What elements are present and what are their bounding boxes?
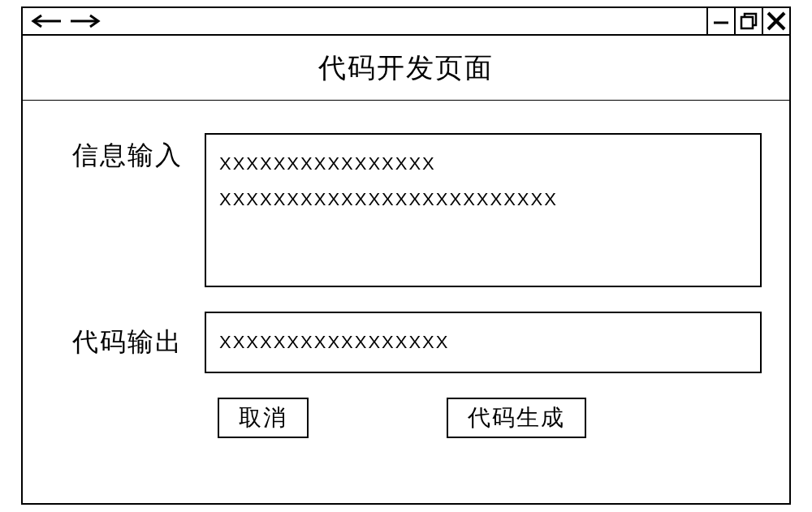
output-row: 代码输出 XXXXXXXXXXXXXXXXX <box>50 312 762 373</box>
input-label: 信息输入 <box>50 133 205 174</box>
button-row: 取消 代码生成 <box>205 398 762 438</box>
page-header: 代码开发页面 <box>23 36 789 101</box>
svg-rect-4 <box>741 17 753 28</box>
close-button[interactable] <box>762 8 789 34</box>
maximize-button[interactable] <box>734 8 762 34</box>
back-button[interactable] <box>29 9 63 33</box>
window-controls <box>706 8 789 34</box>
arrow-left-icon <box>30 14 63 28</box>
minimize-icon <box>711 11 731 31</box>
content-area: 信息输入 XXXXXXXXXXXXXXXX XXXXXXXXXXXXXXXXXX… <box>23 101 789 438</box>
application-window: 代码开发页面 信息输入 XXXXXXXXXXXXXXXX XXXXXXXXXXX… <box>21 6 791 505</box>
forward-button[interactable] <box>68 9 102 33</box>
code-output-box[interactable]: XXXXXXXXXXXXXXXXX <box>205 312 762 373</box>
generate-button[interactable]: 代码生成 <box>447 398 586 438</box>
minimize-button[interactable] <box>706 8 734 34</box>
cancel-button[interactable]: 取消 <box>218 398 309 438</box>
info-input-textarea[interactable]: XXXXXXXXXXXXXXXX XXXXXXXXXXXXXXXXXXXXXXX… <box>205 133 762 287</box>
maximize-icon <box>739 11 758 31</box>
page-title: 代码开发页面 <box>318 49 494 87</box>
output-label: 代码输出 <box>50 325 205 360</box>
input-row: 信息输入 XXXXXXXXXXXXXXXX XXXXXXXXXXXXXXXXXX… <box>50 133 762 287</box>
titlebar <box>23 8 789 36</box>
close-icon <box>765 10 788 32</box>
arrow-right-icon <box>69 14 102 28</box>
nav-group <box>23 8 102 34</box>
